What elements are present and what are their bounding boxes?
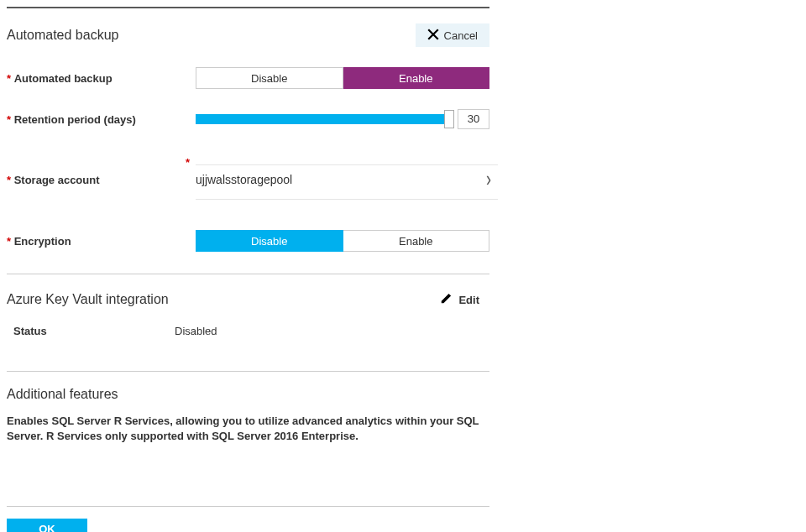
storage-account-picker[interactable]: ujjwalsstoragepool ›: [196, 172, 498, 187]
ok-button[interactable]: OK: [7, 519, 87, 532]
encryption-toggle-disable[interactable]: Disable: [196, 230, 343, 252]
required-marker-icon: *: [186, 156, 190, 169]
encryption-toggle[interactable]: Disable Enable: [196, 230, 489, 252]
edit-button[interactable]: Edit: [430, 289, 489, 310]
chevron-right-icon: ›: [486, 169, 491, 190]
label-status: Status: [7, 325, 175, 337]
label-automated-backup: Automated backup: [7, 72, 196, 85]
pencil-icon: [440, 293, 452, 307]
label-retention-period: Retention period (days): [7, 113, 196, 126]
storage-account-value: ujjwalsstoragepool: [196, 173, 292, 186]
section-title-akv: Azure Key Vault integration: [7, 292, 169, 307]
retention-period-slider[interactable]: [196, 114, 449, 124]
cancel-button-label: Cancel: [444, 29, 478, 42]
retention-period-value[interactable]: 30: [458, 109, 489, 129]
automated-backup-toggle[interactable]: Disable Enable: [196, 67, 489, 89]
label-storage-account: Storage account: [7, 174, 196, 186]
section-title-additional-features: Additional features: [7, 387, 118, 402]
section-title-automated-backup: Automated backup: [7, 28, 118, 43]
retention-period-slider-thumb[interactable]: [444, 110, 454, 128]
label-encryption: Encryption: [7, 235, 196, 248]
encryption-toggle-enable[interactable]: Enable: [343, 230, 490, 252]
edit-button-label: Edit: [458, 294, 479, 306]
automated-backup-toggle-enable[interactable]: Enable: [343, 67, 490, 89]
automated-backup-toggle-disable[interactable]: Disable: [196, 67, 343, 89]
close-icon: [427, 29, 439, 43]
retention-period-slider-fill: [196, 114, 449, 124]
cancel-button[interactable]: Cancel: [416, 23, 489, 47]
additional-features-description: Enables SQL Server R Services, allowing …: [7, 414, 502, 444]
status-value: Disabled: [175, 325, 217, 337]
